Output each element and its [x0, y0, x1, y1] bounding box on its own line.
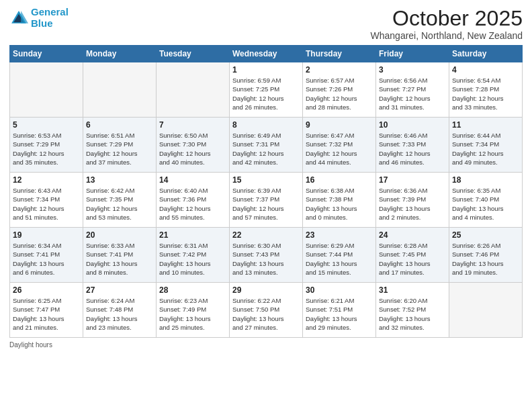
day-number: 3	[379, 65, 446, 75]
calendar-cell: 18Sunrise: 6:35 AM Sunset: 7:40 PM Dayli…	[449, 173, 523, 228]
calendar-cell: 11Sunrise: 6:44 AM Sunset: 7:34 PM Dayli…	[449, 118, 523, 173]
day-number: 18	[452, 175, 519, 185]
calendar-cell: 20Sunrise: 6:33 AM Sunset: 7:41 PM Dayli…	[83, 228, 157, 283]
col-wednesday: Wednesday	[230, 46, 303, 62]
col-tuesday: Tuesday	[157, 46, 230, 62]
calendar-week-row: 5Sunrise: 6:53 AM Sunset: 7:29 PM Daylig…	[10, 118, 523, 173]
day-number: 12	[13, 175, 80, 185]
calendar-week-row: 12Sunrise: 6:43 AM Sunset: 7:34 PM Dayli…	[10, 173, 523, 228]
day-number: 7	[159, 120, 226, 130]
day-number: 30	[306, 285, 373, 295]
footer-text: Daylight hours	[9, 341, 52, 349]
day-info: Sunrise: 6:46 AM Sunset: 7:33 PM Dayligh…	[379, 131, 446, 167]
footer-note: Daylight hours	[9, 341, 523, 349]
day-number: 2	[306, 65, 373, 75]
title-block: October 2025 Whangarei, Northland, New Z…	[371, 7, 523, 41]
calendar-cell: 7Sunrise: 6:50 AM Sunset: 7:30 PM Daylig…	[157, 118, 230, 173]
col-friday: Friday	[376, 46, 449, 62]
calendar-cell: 2Sunrise: 6:57 AM Sunset: 7:26 PM Daylig…	[303, 62, 376, 118]
day-number: 23	[306, 230, 373, 240]
day-info: Sunrise: 6:49 AM Sunset: 7:31 PM Dayligh…	[232, 131, 300, 167]
day-info: Sunrise: 6:50 AM Sunset: 7:30 PM Dayligh…	[159, 131, 226, 167]
col-thursday: Thursday	[303, 46, 376, 62]
col-saturday: Saturday	[449, 46, 523, 62]
calendar-cell: 10Sunrise: 6:46 AM Sunset: 7:33 PM Dayli…	[376, 118, 449, 173]
calendar-cell: 13Sunrise: 6:42 AM Sunset: 7:35 PM Dayli…	[83, 173, 157, 228]
day-number: 8	[232, 120, 300, 130]
calendar-cell: 24Sunrise: 6:28 AM Sunset: 7:45 PM Dayli…	[376, 228, 449, 283]
calendar-cell: 16Sunrise: 6:38 AM Sunset: 7:38 PM Dayli…	[303, 173, 376, 228]
location-subtitle: Whangarei, Northland, New Zealand	[371, 30, 523, 41]
day-info: Sunrise: 6:54 AM Sunset: 7:28 PM Dayligh…	[452, 76, 519, 111]
calendar-week-row: 26Sunrise: 6:25 AM Sunset: 7:47 PM Dayli…	[10, 283, 523, 338]
day-info: Sunrise: 6:24 AM Sunset: 7:48 PM Dayligh…	[86, 296, 153, 332]
calendar-cell: 9Sunrise: 6:47 AM Sunset: 7:32 PM Daylig…	[303, 118, 376, 173]
svg-marker-2	[21, 11, 28, 24]
calendar-cell: 5Sunrise: 6:53 AM Sunset: 7:29 PM Daylig…	[10, 118, 83, 173]
calendar-week-row: 1Sunrise: 6:59 AM Sunset: 7:25 PM Daylig…	[10, 62, 523, 118]
day-info: Sunrise: 6:59 AM Sunset: 7:25 PM Dayligh…	[232, 76, 300, 111]
calendar-cell: 14Sunrise: 6:40 AM Sunset: 7:36 PM Dayli…	[157, 173, 230, 228]
day-number: 27	[86, 285, 153, 295]
day-info: Sunrise: 6:34 AM Sunset: 7:41 PM Dayligh…	[13, 241, 80, 277]
page: General Blue October 2025 Whangarei, Nor…	[0, 0, 532, 411]
day-info: Sunrise: 6:31 AM Sunset: 7:42 PM Dayligh…	[159, 241, 226, 277]
calendar-cell: 3Sunrise: 6:56 AM Sunset: 7:27 PM Daylig…	[376, 62, 449, 118]
day-number: 26	[13, 285, 80, 295]
day-number: 17	[379, 175, 446, 185]
logo-text: General Blue	[31, 7, 69, 29]
calendar-cell: 23Sunrise: 6:29 AM Sunset: 7:44 PM Dayli…	[303, 228, 376, 283]
logo: General Blue	[9, 7, 69, 29]
day-info: Sunrise: 6:30 AM Sunset: 7:43 PM Dayligh…	[232, 241, 300, 277]
calendar-cell	[449, 283, 523, 338]
day-info: Sunrise: 6:53 AM Sunset: 7:29 PM Dayligh…	[13, 131, 80, 167]
calendar-cell	[157, 62, 230, 118]
calendar-cell: 1Sunrise: 6:59 AM Sunset: 7:25 PM Daylig…	[230, 62, 303, 118]
day-number: 15	[232, 175, 300, 185]
calendar-cell: 4Sunrise: 6:54 AM Sunset: 7:28 PM Daylig…	[449, 62, 523, 118]
day-info: Sunrise: 6:57 AM Sunset: 7:26 PM Dayligh…	[306, 76, 373, 111]
day-number: 1	[232, 65, 300, 75]
day-info: Sunrise: 6:56 AM Sunset: 7:27 PM Dayligh…	[379, 76, 446, 111]
day-number: 19	[13, 230, 80, 240]
day-number: 13	[86, 175, 153, 185]
calendar-cell: 27Sunrise: 6:24 AM Sunset: 7:48 PM Dayli…	[83, 283, 157, 338]
day-number: 4	[452, 65, 519, 75]
col-sunday: Sunday	[10, 46, 83, 62]
day-info: Sunrise: 6:29 AM Sunset: 7:44 PM Dayligh…	[306, 241, 373, 277]
day-number: 10	[379, 120, 446, 130]
calendar-cell: 17Sunrise: 6:36 AM Sunset: 7:39 PM Dayli…	[376, 173, 449, 228]
day-number: 22	[232, 230, 300, 240]
header: General Blue October 2025 Whangarei, Nor…	[9, 7, 523, 41]
calendar-header-row: Sunday Monday Tuesday Wednesday Thursday…	[10, 46, 523, 62]
day-info: Sunrise: 6:38 AM Sunset: 7:38 PM Dayligh…	[306, 186, 373, 222]
day-number: 25	[452, 230, 519, 240]
calendar-cell: 29Sunrise: 6:22 AM Sunset: 7:50 PM Dayli…	[230, 283, 303, 338]
day-info: Sunrise: 6:25 AM Sunset: 7:47 PM Dayligh…	[13, 296, 80, 332]
day-info: Sunrise: 6:42 AM Sunset: 7:35 PM Dayligh…	[86, 186, 153, 222]
day-number: 24	[379, 230, 446, 240]
day-info: Sunrise: 6:51 AM Sunset: 7:29 PM Dayligh…	[86, 131, 153, 167]
day-info: Sunrise: 6:36 AM Sunset: 7:39 PM Dayligh…	[379, 186, 446, 222]
day-number: 29	[232, 285, 300, 295]
calendar-table: Sunday Monday Tuesday Wednesday Thursday…	[9, 45, 523, 338]
day-number: 14	[159, 175, 226, 185]
day-info: Sunrise: 6:44 AM Sunset: 7:34 PM Dayligh…	[452, 131, 519, 167]
day-info: Sunrise: 6:21 AM Sunset: 7:51 PM Dayligh…	[306, 296, 373, 332]
day-number: 20	[86, 230, 153, 240]
month-title: October 2025	[371, 7, 523, 30]
day-info: Sunrise: 6:22 AM Sunset: 7:50 PM Dayligh…	[232, 296, 300, 332]
calendar-cell: 15Sunrise: 6:39 AM Sunset: 7:37 PM Dayli…	[230, 173, 303, 228]
logo-icon	[9, 9, 28, 28]
day-number: 21	[159, 230, 226, 240]
day-number: 31	[379, 285, 446, 295]
calendar-cell: 25Sunrise: 6:26 AM Sunset: 7:46 PM Dayli…	[449, 228, 523, 283]
col-monday: Monday	[83, 46, 157, 62]
day-info: Sunrise: 6:23 AM Sunset: 7:49 PM Dayligh…	[159, 296, 226, 332]
day-info: Sunrise: 6:26 AM Sunset: 7:46 PM Dayligh…	[452, 241, 519, 277]
calendar-cell: 30Sunrise: 6:21 AM Sunset: 7:51 PM Dayli…	[303, 283, 376, 338]
day-number: 5	[13, 120, 80, 130]
calendar-cell: 22Sunrise: 6:30 AM Sunset: 7:43 PM Dayli…	[230, 228, 303, 283]
day-info: Sunrise: 6:20 AM Sunset: 7:52 PM Dayligh…	[379, 296, 446, 332]
day-number: 16	[306, 175, 373, 185]
